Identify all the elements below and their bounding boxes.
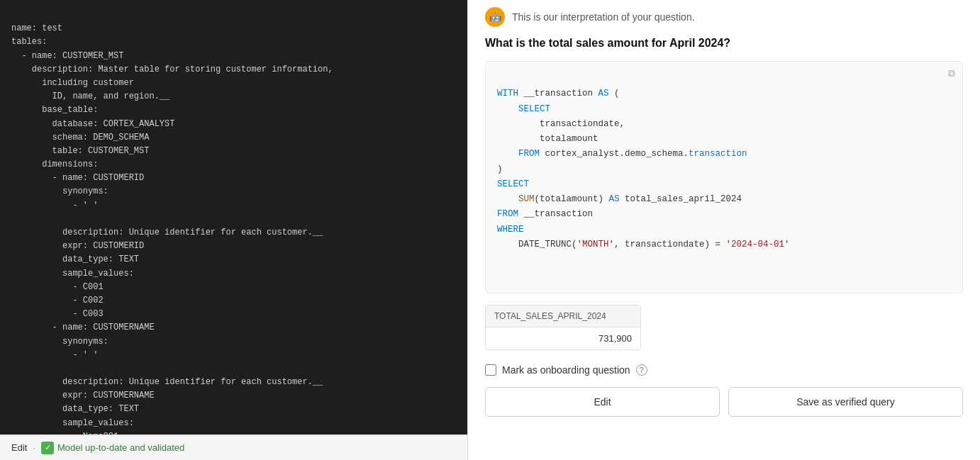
action-buttons: Edit Save as verified query: [485, 387, 963, 417]
footer-dot: ·: [33, 442, 35, 453]
notification-banner: 🤖 This is our interpretation of your que…: [485, 0, 963, 37]
edit-button[interactable]: Edit: [485, 387, 720, 417]
onboarding-checkbox[interactable]: [485, 364, 496, 376]
results-table: TOTAL_SALES_APRIL_2024 731,900: [485, 305, 641, 350]
footer-edit-label: Edit: [11, 442, 27, 453]
table-row: 731,900: [486, 327, 640, 349]
right-panel[interactable]: 🤖 This is our interpretation of your que…: [468, 0, 980, 460]
question-heading: What is the total sales amount for April…: [485, 37, 963, 50]
onboarding-label[interactable]: Mark as onboarding question: [502, 364, 630, 376]
status-text: Model up-to-date and validated: [57, 442, 184, 453]
save-verified-query-button[interactable]: Save as verified query: [728, 387, 963, 417]
help-icon[interactable]: ?: [636, 364, 647, 376]
results-column-header: TOTAL_SALES_APRIL_2024: [486, 305, 640, 327]
robot-icon: 🤖: [485, 7, 505, 27]
onboarding-checkbox-row: Mark as onboarding question ?: [485, 364, 963, 376]
sql-code-block: WITH __transaction AS ( SELECT transacti…: [485, 61, 963, 293]
footer-status: ✓ Model up-to-date and validated: [41, 442, 184, 454]
check-icon: ✓: [41, 442, 54, 454]
results-value: 731,900: [486, 327, 640, 349]
yaml-code-editor[interactable]: name: test tables: - name: CUSTOMER_MST …: [0, 0, 467, 434]
notification-text: This is our interpretation of your quest…: [512, 11, 695, 23]
copy-sql-button[interactable]: ⧉: [948, 67, 955, 79]
left-panel: name: test tables: - name: CUSTOMER_MST …: [0, 0, 468, 460]
left-footer: Edit · ✓ Model up-to-date and validated: [0, 434, 467, 460]
